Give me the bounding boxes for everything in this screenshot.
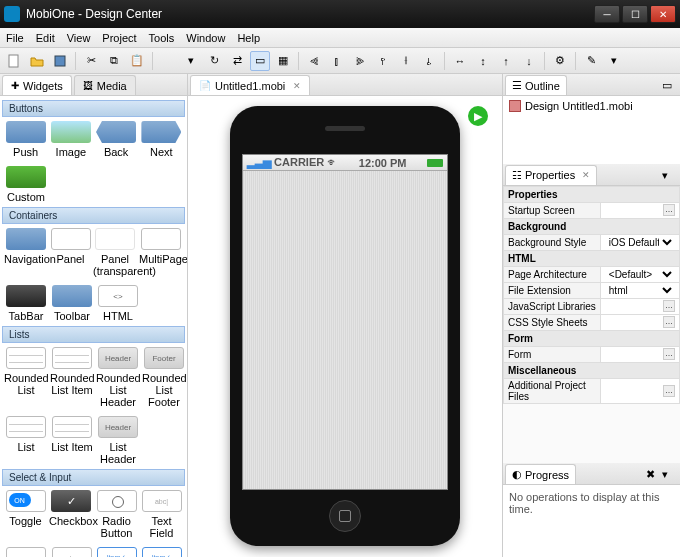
- align-center-h-icon[interactable]: ⫿: [327, 51, 347, 71]
- widget-textarea[interactable]: abcText Area: [50, 547, 93, 557]
- prop-startup-value[interactable]: …: [600, 202, 679, 218]
- gear-icon[interactable]: ⚙: [550, 51, 570, 71]
- widget-list-header[interactable]: HeaderList Header: [96, 416, 140, 465]
- dropdown2-icon[interactable]: ▾: [604, 51, 624, 71]
- prop-bgstyle-value[interactable]: iOS Default (strip...: [600, 234, 679, 250]
- widget-tabbar[interactable]: TabBar: [4, 285, 48, 322]
- widget-select-list[interactable]: Item✓Select List: [95, 547, 138, 557]
- edit-icon[interactable]: …: [663, 204, 675, 216]
- minimize-view-icon[interactable]: ▭: [662, 79, 676, 93]
- widget-radio[interactable]: Radio Button: [95, 490, 138, 539]
- prop-addfiles-value[interactable]: …: [600, 378, 679, 403]
- save-icon[interactable]: [50, 51, 70, 71]
- widget-text-field[interactable]: abc|Text Field: [140, 490, 183, 539]
- rotate-icon[interactable]: ↻: [204, 51, 224, 71]
- widget-multipage[interactable]: MultiPage: [139, 228, 183, 277]
- edit-icon[interactable]: …: [663, 300, 675, 312]
- minimize-button[interactable]: ─: [594, 5, 620, 23]
- prop-css-value[interactable]: …: [600, 314, 679, 330]
- dist-v-icon[interactable]: ↕: [473, 51, 493, 71]
- arrow-down-icon[interactable]: ↓: [519, 51, 539, 71]
- apple-icon[interactable]: [158, 51, 178, 71]
- prop-pagearch-value[interactable]: <Default>: [600, 266, 679, 282]
- progress-menu-icon[interactable]: ▾: [662, 468, 676, 482]
- menu-help[interactable]: Help: [237, 32, 260, 44]
- align-middle-icon[interactable]: ⫲: [396, 51, 416, 71]
- cut-icon[interactable]: ✂: [81, 51, 101, 71]
- grid-icon[interactable]: ▦: [273, 51, 293, 71]
- canvas-area[interactable]: ▶ ▂▃▅ CARRIER ᯤ 12:00 PM: [188, 96, 502, 557]
- prop-jslib-label: JavaScript Libraries: [504, 298, 601, 314]
- tab-properties[interactable]: ☷Properties✕: [505, 165, 597, 185]
- section-containers[interactable]: Containers: [2, 207, 185, 224]
- tab-progress[interactable]: ◐Progress: [505, 464, 576, 484]
- widget-next[interactable]: Next: [140, 121, 183, 158]
- dist-h-icon[interactable]: ↔: [450, 51, 470, 71]
- edit-icon[interactable]: …: [663, 316, 675, 328]
- widget-custom[interactable]: Custom: [4, 166, 48, 203]
- widget-list-item[interactable]: List Item: [50, 416, 94, 465]
- prop-css-label: CSS Style Sheets: [504, 314, 601, 330]
- menu-window[interactable]: Window: [186, 32, 225, 44]
- close-props-icon[interactable]: ✕: [582, 170, 590, 180]
- progress-tool-icon[interactable]: ✖: [646, 468, 660, 482]
- dropdown-icon[interactable]: ▾: [181, 51, 201, 71]
- align-left-icon[interactable]: ⫷: [304, 51, 324, 71]
- home-button[interactable]: [329, 500, 361, 532]
- tab-media[interactable]: 🖼Media: [74, 75, 136, 95]
- menu-edit[interactable]: Edit: [36, 32, 55, 44]
- form-mode-icon[interactable]: ▭: [250, 51, 270, 71]
- tab-untitled[interactable]: 📄 Untitled1.mobi ✕: [190, 75, 310, 95]
- section-lists[interactable]: Lists: [2, 326, 185, 343]
- arrow-up-icon[interactable]: ↑: [496, 51, 516, 71]
- props-menu-icon[interactable]: ▾: [662, 169, 676, 183]
- widget-rounded-list-item[interactable]: Rounded List Item: [50, 347, 94, 408]
- open-folder-icon[interactable]: [27, 51, 47, 71]
- paste-icon[interactable]: 📋: [127, 51, 147, 71]
- align-right-icon[interactable]: ⫸: [350, 51, 370, 71]
- section-buttons[interactable]: Buttons: [2, 100, 185, 117]
- widget-rounded-list-footer[interactable]: FooterRounded List Footer: [142, 347, 186, 408]
- close-button[interactable]: ✕: [650, 5, 676, 23]
- widget-back[interactable]: Back: [95, 121, 138, 158]
- edit-icon[interactable]: …: [663, 385, 675, 397]
- align-top-icon[interactable]: ⫯: [373, 51, 393, 71]
- phone-screen[interactable]: ▂▃▅ CARRIER ᯤ 12:00 PM: [242, 154, 448, 490]
- menu-project[interactable]: Project: [102, 32, 136, 44]
- widget-rounded-list[interactable]: Rounded List: [4, 347, 48, 408]
- menu-file[interactable]: File: [6, 32, 24, 44]
- link-icon[interactable]: ⇄: [227, 51, 247, 71]
- prop-form-value[interactable]: …: [600, 346, 679, 362]
- widget-panel-transparent[interactable]: Panel (transparent): [93, 228, 137, 277]
- run-button[interactable]: ▶: [468, 106, 488, 126]
- widget-checkbox[interactable]: ✓Checkbox: [49, 490, 93, 539]
- widget-toggle[interactable]: Toggle: [4, 490, 47, 539]
- wand-icon[interactable]: ✎: [581, 51, 601, 71]
- prop-bgstyle-label: Background Style: [504, 234, 601, 250]
- widget-select-list-2[interactable]: Item✓Select List: [140, 547, 183, 557]
- widget-toolbar[interactable]: Toolbar: [50, 285, 94, 322]
- maximize-button[interactable]: ☐: [622, 5, 648, 23]
- widget-rounded-list-header[interactable]: HeaderRounded List Header: [96, 347, 140, 408]
- section-select-input[interactable]: Select & Input: [2, 469, 185, 486]
- align-bottom-icon[interactable]: ⫰: [419, 51, 439, 71]
- edit-icon[interactable]: …: [663, 348, 675, 360]
- widget-list[interactable]: List: [4, 416, 48, 465]
- menu-view[interactable]: View: [67, 32, 91, 44]
- widget-image[interactable]: Image: [49, 121, 92, 158]
- widget-push[interactable]: Push: [4, 121, 47, 158]
- widget-html[interactable]: <>HTML: [96, 285, 140, 322]
- tab-outline[interactable]: ☰Outline: [505, 75, 567, 95]
- document-icon: 📄: [199, 80, 211, 91]
- widget-password[interactable]: •••Password Field: [4, 547, 48, 557]
- prop-fileext-value[interactable]: html: [600, 282, 679, 298]
- widget-panel[interactable]: Panel: [50, 228, 91, 277]
- outline-root[interactable]: Design Untitled1.mobi: [509, 100, 674, 112]
- prop-jslib-value[interactable]: …: [600, 298, 679, 314]
- menu-tools[interactable]: Tools: [149, 32, 175, 44]
- copy-icon[interactable]: ⧉: [104, 51, 124, 71]
- new-file-icon[interactable]: [4, 51, 24, 71]
- widget-navigation[interactable]: Navigation: [4, 228, 48, 277]
- tab-widgets[interactable]: ✚Widgets: [2, 75, 72, 95]
- close-tab-icon[interactable]: ✕: [293, 81, 301, 91]
